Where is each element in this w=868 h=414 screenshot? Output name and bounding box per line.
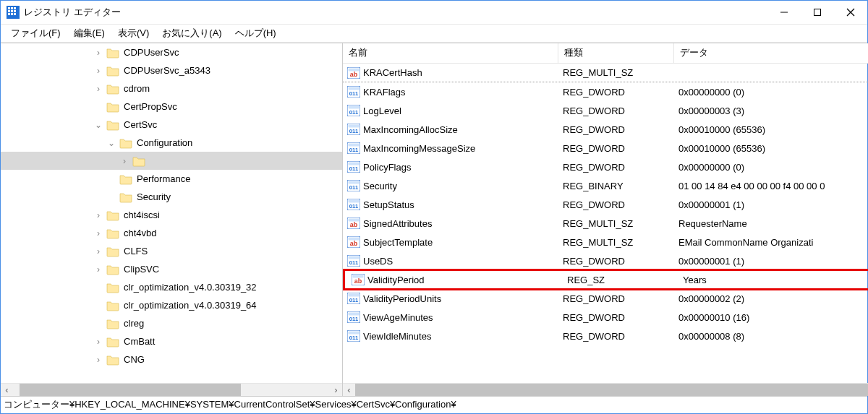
tree-item-label: clr_optimization_v4.0.30319_32 <box>122 282 258 293</box>
tree-item[interactable]: ⌄CertSvc <box>1 116 342 134</box>
list-row[interactable]: SubjectTemplateREG_MULTI_SZEMail CommonN… <box>343 233 868 251</box>
scroll-left-icon[interactable]: ‹ <box>1 384 13 396</box>
value-data: 0x00000001 (1) <box>674 199 868 210</box>
list-body[interactable]: KRACertHashREG_MULTI_SZKRAFlagsREG_DWORD… <box>343 64 868 383</box>
menu-edit[interactable]: 編集(E) <box>68 25 111 41</box>
list-row[interactable]: ViewIdleMinutesREG_DWORD0x00000008 (8) <box>343 327 868 345</box>
close-button[interactable] <box>834 1 867 23</box>
list-row[interactable]: KRACertHashREG_MULTI_SZ <box>343 64 868 82</box>
tree-expander-icon[interactable]: › <box>92 337 105 347</box>
list-row[interactable]: SetupStatusREG_DWORD0x00000001 (1) <box>343 195 868 214</box>
tree-expander-icon[interactable]: › <box>92 210 105 220</box>
tree-expander-icon[interactable]: › <box>92 228 105 238</box>
value-type: REG_DWORD <box>558 331 674 342</box>
minimize-button[interactable] <box>767 1 801 23</box>
tree-expander-icon[interactable]: › <box>92 355 105 365</box>
tree-hscrollbar[interactable]: ‹ › <box>1 383 342 396</box>
value-name: SetupStatus <box>363 199 414 210</box>
list-hscrollbar[interactable]: ‹ › <box>343 383 868 396</box>
tree-expander-icon[interactable]: › <box>92 66 105 76</box>
value-data: 01 00 14 84 e4 00 00 00 f4 00 00 0 <box>674 181 868 191</box>
tree-expander-icon[interactable]: › <box>92 84 105 94</box>
window-title: レジストリ エディター <box>24 6 121 19</box>
folder-icon <box>106 282 119 293</box>
list-row[interactable]: MaxIncomingAllocSizeREG_DWORD0x00010000 … <box>343 120 868 139</box>
value-type: REG_DWORD <box>558 199 674 210</box>
tree-item[interactable]: CertPropSvc <box>1 98 342 116</box>
value-type: REG_MULTI_SZ <box>558 218 674 229</box>
value-data: EMail CommonName Organizati <box>674 237 868 248</box>
tree-item[interactable]: ›cht4vbd <box>1 224 342 242</box>
value-type: REG_MULTI_SZ <box>558 67 674 78</box>
column-name[interactable]: 名前 <box>343 43 558 63</box>
menu-view[interactable]: 表示(V) <box>112 25 155 41</box>
tree-item-label: Performance <box>135 173 192 184</box>
list-row[interactable]: UseDSREG_DWORD0x00000001 (1) <box>343 251 868 270</box>
value-name: PolicyFlags <box>363 162 411 173</box>
binary-value-icon <box>347 330 360 342</box>
list-row[interactable]: KRAFlagsREG_DWORD0x00000000 (0) <box>343 82 868 101</box>
tree-item[interactable]: Security <box>1 188 342 206</box>
list-pane: 名前 種類 データ KRACertHashREG_MULTI_SZKRAFlag… <box>343 43 868 396</box>
column-data[interactable]: データ <box>674 43 868 63</box>
tree-expander-icon[interactable]: › <box>92 48 105 58</box>
value-type: REG_DWORD <box>558 162 674 173</box>
menubar: ファイル(F) 編集(E) 表示(V) お気に入り(A) ヘルプ(H) <box>1 24 867 43</box>
menu-favorites[interactable]: お気に入り(A) <box>156 25 227 41</box>
tree-item[interactable]: › <box>1 152 342 170</box>
binary-value-icon <box>347 199 360 210</box>
tree-item-label: cht4vbd <box>122 228 158 238</box>
folder-icon <box>106 210 119 221</box>
scroll-left-icon[interactable]: ‹ <box>343 384 355 396</box>
list-row[interactable]: ViewAgeMinutesREG_DWORD0x00000010 (16) <box>343 308 868 327</box>
tree-item[interactable]: ›cdrom <box>1 79 342 98</box>
tree-item[interactable]: ›CmBatt <box>1 332 342 350</box>
value-type: REG_DWORD <box>558 143 674 154</box>
tree-item-label: ClipSVC <box>122 264 161 275</box>
value-type: REG_DWORD <box>558 105 674 116</box>
folder-icon <box>119 137 132 149</box>
list-row[interactable]: MaxIncomingMessageSizeREG_DWORD0x0001000… <box>343 139 868 158</box>
tree-item[interactable]: clr_optimization_v4.0.30319_32 <box>1 278 342 296</box>
tree-item[interactable]: ›CNG <box>1 350 342 368</box>
tree-item[interactable]: ›ClipSVC <box>1 260 342 278</box>
binary-value-icon <box>347 311 360 323</box>
tree-expander-icon[interactable]: › <box>92 264 105 275</box>
tree-item-label: CertPropSvc <box>122 101 179 112</box>
binary-value-icon <box>347 142 360 154</box>
scroll-right-icon[interactable]: › <box>330 384 342 396</box>
tree-item[interactable]: Performance <box>1 170 342 188</box>
value-type: REG_DWORD <box>558 256 674 267</box>
menu-help[interactable]: ヘルプ(H) <box>229 25 282 41</box>
value-name: KRAFlags <box>363 87 406 98</box>
tree-expander-icon[interactable]: › <box>92 246 105 256</box>
list-row[interactable]: ValidityPeriodREG_SZYears <box>343 269 868 290</box>
tree-item[interactable]: ›cht4iscsi <box>1 206 342 224</box>
tree-expander-icon[interactable]: › <box>118 156 131 166</box>
list-row[interactable]: SecurityREG_BINARY01 00 14 84 e4 00 00 0… <box>343 176 868 195</box>
value-name: MaxIncomingMessageSize <box>363 143 475 154</box>
maximize-button[interactable] <box>801 1 834 23</box>
tree-item[interactable]: clreg <box>1 314 342 332</box>
value-data: RequesterName <box>674 218 868 229</box>
titlebar[interactable]: レジストリ エディター <box>1 1 867 24</box>
tree-item[interactable]: ⌄Configuration <box>1 134 342 152</box>
tree-item[interactable]: ›CLFS <box>1 242 342 260</box>
content-splitter: ›CDPUserSvc›CDPUserSvc_a5343›cdromCertPr… <box>1 43 867 396</box>
value-name: SignedAttributes <box>363 218 432 229</box>
list-row[interactable]: LogLevelREG_DWORD0x00000003 (3) <box>343 101 868 120</box>
tree-scroll[interactable]: ›CDPUserSvc›CDPUserSvc_a5343›cdromCertPr… <box>1 43 342 383</box>
tree-item[interactable]: clr_optimization_v4.0.30319_64 <box>1 296 342 314</box>
registry-editor-window: レジストリ エディター ファイル(F) 編集(E) 表示(V) お気に入り(A)… <box>0 0 868 414</box>
tree-expander-icon[interactable]: ⌄ <box>92 120 105 130</box>
tree-item[interactable]: ›CDPUserSvc_a5343 <box>1 61 342 79</box>
list-row[interactable]: SignedAttributesREG_MULTI_SZRequesterNam… <box>343 214 868 233</box>
folder-icon <box>106 65 119 77</box>
tree-item[interactable]: ›CDPUserSvc <box>1 43 342 61</box>
column-type[interactable]: 種類 <box>558 43 674 63</box>
tree-expander-icon[interactable]: ⌄ <box>105 138 118 148</box>
list-row[interactable]: PolicyFlagsREG_DWORD0x00000000 (0) <box>343 158 868 176</box>
value-data: 0x00000010 (16) <box>674 312 868 323</box>
list-row[interactable]: ValidityPeriodUnitsREG_DWORD0x00000002 (… <box>343 289 868 308</box>
menu-file[interactable]: ファイル(F) <box>5 25 67 41</box>
